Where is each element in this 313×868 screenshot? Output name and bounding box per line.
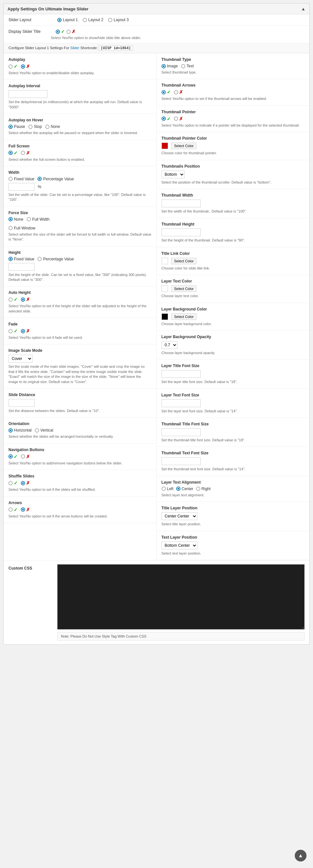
layer-bg-opacity-select[interactable]: 0.7 0.1 0.2 0.3 0.4 0.5 0.6 0.8 0.9 1.0: [162, 341, 177, 349]
hover-pause-option[interactable]: Pause: [8, 124, 25, 129]
force-none-radio[interactable]: [8, 217, 13, 221]
shuffle-no-item[interactable]: ✗: [21, 480, 30, 486]
align-left-option[interactable]: Left: [162, 487, 174, 491]
fade-yes-item[interactable]: ✓: [8, 329, 18, 334]
autoplay-no-radio[interactable]: [21, 64, 25, 69]
layout1-option[interactable]: Layout 1: [57, 18, 78, 22]
panel-collapse-arrow[interactable]: ▲: [301, 6, 306, 11]
hover-none-option[interactable]: None: [45, 124, 60, 129]
thumb-pointer-yes-item[interactable]: ✓: [162, 116, 171, 121]
thumb-image-option[interactable]: Image: [162, 64, 178, 68]
layout3-option[interactable]: Layout 3: [108, 18, 129, 22]
align-left-radio[interactable]: [162, 487, 166, 491]
fade-no-radio[interactable]: [21, 329, 25, 333]
align-center-option[interactable]: Center: [176, 487, 194, 491]
thumb-arrows-yes-radio[interactable]: [162, 90, 166, 94]
autoplay-interval-input[interactable]: 5000: [8, 90, 48, 98]
layout1-radio[interactable]: [57, 18, 62, 22]
orientation-vertical-radio[interactable]: [35, 428, 39, 433]
arrows-yes-item[interactable]: ✓: [8, 507, 18, 512]
autoplay-yes-item[interactable]: ✓: [8, 64, 18, 69]
slider-link[interactable]: Slider: [70, 46, 80, 50]
hover-none-radio[interactable]: [45, 125, 50, 129]
full-screen-yes-item[interactable]: ✓: [8, 150, 18, 156]
layer-text-font-size-input[interactable]: 16: [162, 399, 201, 407]
display-title-no-radio[interactable]: [66, 30, 71, 34]
thumbnail-text-font-size-input[interactable]: 14: [162, 457, 201, 465]
thumb-pointer-yes-radio[interactable]: [162, 117, 166, 121]
orientation-horizontal-option[interactable]: Horizontal: [8, 428, 32, 433]
force-fullwidth-option[interactable]: Full Width: [27, 217, 50, 222]
auto-height-no-item[interactable]: ✗: [21, 297, 30, 302]
hover-stop-radio[interactable]: [28, 125, 33, 129]
thumb-text-option[interactable]: Text: [181, 64, 194, 68]
layer-title-font-size-input[interactable]: 20: [162, 370, 201, 378]
thumbnail-title-font-size-input[interactable]: 16: [162, 428, 201, 436]
thumb-text-radio[interactable]: [181, 64, 185, 68]
image-scale-mode-select[interactable]: Cover Contain Exact None: [8, 355, 33, 363]
custom-css-textarea[interactable]: [57, 564, 305, 629]
nav-yes-radio[interactable]: [8, 454, 13, 459]
shuffle-no-radio[interactable]: [21, 481, 25, 485]
force-fullwidth-radio[interactable]: [27, 217, 31, 221]
thumb-pointer-no-radio[interactable]: [174, 117, 178, 121]
thumb-arrows-no-radio[interactable]: [174, 90, 178, 94]
fade-no-item[interactable]: ✗: [21, 329, 30, 334]
yes-radio-item[interactable]: ✓: [56, 29, 65, 34]
autoplay-yes-radio[interactable]: [8, 64, 13, 69]
hover-pause-radio[interactable]: [8, 125, 13, 129]
align-right-option[interactable]: Right: [196, 487, 211, 491]
shuffle-yes-radio[interactable]: [8, 481, 13, 485]
nav-no-radio[interactable]: [21, 454, 25, 459]
force-fullwindow-radio[interactable]: [8, 226, 13, 230]
height-fixed-option[interactable]: Fixed Value: [8, 257, 34, 261]
arrows-no-radio[interactable]: [21, 507, 25, 512]
force-none-option[interactable]: None: [8, 217, 24, 222]
height-fixed-radio[interactable]: [8, 257, 13, 261]
full-screen-no-radio[interactable]: [21, 151, 25, 155]
thumbnail-width-input[interactable]: 200: [162, 199, 201, 207]
thumb-pointer-no-item[interactable]: ✗: [174, 116, 183, 121]
thumbnail-pointer-color-btn[interactable]: Select Color: [171, 143, 197, 149]
arrows-no-item[interactable]: ✗: [21, 507, 30, 512]
orientation-vertical-option[interactable]: Vertical: [35, 428, 53, 433]
width-percent-option[interactable]: Percentage Value: [37, 177, 74, 181]
thumb-arrows-yes-item[interactable]: ✓: [162, 90, 171, 95]
layer-text-color-btn[interactable]: Select Color: [171, 285, 197, 292]
full-screen-no-item[interactable]: ✗: [21, 150, 30, 156]
auto-height-no-radio[interactable]: [21, 298, 25, 302]
width-fixed-radio[interactable]: [8, 177, 13, 181]
hover-stop-option[interactable]: Stop: [28, 124, 42, 129]
align-right-radio[interactable]: [196, 487, 200, 491]
height-percent-option[interactable]: Percentage Value: [37, 257, 74, 261]
text-layer-position-select[interactable]: Bottom Center Top Left Top Center Top Ri…: [162, 541, 197, 549]
width-input[interactable]: 100: [8, 183, 34, 191]
fade-yes-radio[interactable]: [8, 329, 13, 333]
full-screen-yes-radio[interactable]: [8, 151, 13, 155]
height-percent-radio[interactable]: [37, 257, 42, 261]
title-layer-position-select[interactable]: Center Center Top Left Top Center Top Ri…: [162, 512, 197, 520]
width-fixed-option[interactable]: Fixed Value: [8, 177, 34, 181]
align-center-radio[interactable]: [176, 487, 180, 491]
display-title-yes-radio[interactable]: [56, 30, 60, 34]
auto-height-yes-item[interactable]: ✓: [8, 297, 18, 302]
layer-bg-color-btn[interactable]: Select Color: [171, 313, 197, 320]
layout3-radio[interactable]: [108, 18, 112, 22]
layout2-option[interactable]: Layout 2: [83, 18, 103, 22]
thumb-arrows-no-item[interactable]: ✗: [174, 90, 183, 95]
title-link-color-btn[interactable]: Select Color: [171, 258, 197, 264]
force-fullwindow-option[interactable]: Full Window: [8, 226, 151, 230]
auto-height-yes-radio[interactable]: [8, 298, 13, 302]
width-percent-radio[interactable]: [37, 177, 42, 181]
thumb-image-radio[interactable]: [162, 64, 166, 68]
orientation-horizontal-radio[interactable]: [8, 428, 13, 433]
shuffle-yes-item[interactable]: ✓: [8, 480, 18, 486]
layout2-radio[interactable]: [83, 18, 87, 22]
nav-no-item[interactable]: ✗: [21, 454, 30, 459]
slide-distance-input[interactable]: 10: [8, 399, 34, 407]
height-input[interactable]: 550: [8, 263, 34, 271]
no-radio-item[interactable]: ✗: [66, 29, 76, 34]
autoplay-no-item[interactable]: ✗: [21, 64, 30, 69]
thumbnails-position-select[interactable]: Bottom Top Left Right: [162, 170, 185, 178]
arrows-yes-radio[interactable]: [8, 507, 13, 512]
